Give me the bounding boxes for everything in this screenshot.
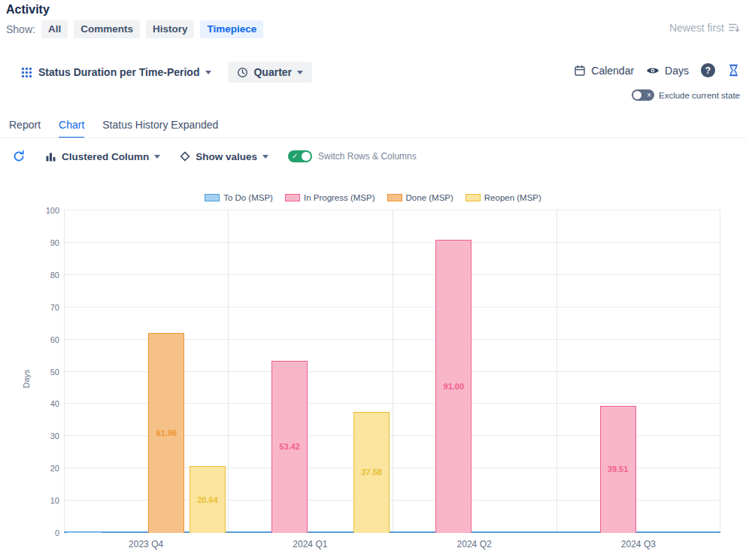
help-button[interactable]: ?: [701, 63, 715, 77]
chart-legend: To Do (MSP)In Progress (MSP)Done (MSP)Re…: [0, 193, 746, 202]
y-tick-label: 100: [46, 206, 59, 215]
cross-icon: ×: [647, 89, 651, 101]
v-gridline: [228, 210, 229, 533]
unit-days-button[interactable]: Days: [646, 65, 689, 77]
check-icon: ✓: [292, 150, 298, 162]
bar-value-label: 37.58: [361, 468, 382, 477]
chevron-down-icon: [262, 155, 268, 159]
tab-divider: [0, 138, 746, 138]
y-tick-label: 70: [50, 303, 59, 312]
calendar-button[interactable]: Calendar: [574, 65, 634, 77]
page-title: Activity: [6, 3, 50, 17]
tab-chart[interactable]: Chart: [59, 119, 84, 138]
filter-history-button[interactable]: History: [146, 20, 195, 38]
bar-value-label: 61.96: [156, 428, 177, 437]
toggle-knob: [633, 91, 641, 99]
bar-value-label: 91.00: [444, 382, 465, 391]
switch-rows-columns-toggle[interactable]: ✓: [288, 150, 312, 162]
sort-descending-icon: [728, 22, 740, 34]
legend-label: To Do (MSP): [223, 193, 273, 202]
calendar-icon: [574, 65, 586, 77]
y-tick-label: 90: [50, 238, 59, 247]
sort-control[interactable]: Newest first: [669, 22, 740, 34]
bar[interactable]: [66, 531, 102, 533]
y-tick-label: 40: [50, 399, 59, 408]
chevron-down-icon: [205, 71, 211, 74]
legend-item[interactable]: To Do (MSP): [205, 193, 273, 202]
chart-type-dropdown[interactable]: Clustered Column: [45, 151, 160, 162]
v-gridline: [556, 210, 557, 533]
show-values-label: Show values: [196, 151, 257, 162]
bar-value-label: 53.42: [279, 442, 300, 451]
chevron-down-icon: [297, 71, 303, 74]
period-dropdown[interactable]: Quarter: [228, 62, 312, 83]
x-axis-labels: 2023 Q42024 Q12024 Q22024 Q3: [64, 539, 720, 551]
legend-item[interactable]: In Progress (MSP): [285, 193, 375, 202]
chart-type-label: Clustered Column: [62, 151, 149, 162]
v-gridline: [720, 210, 720, 533]
legend-swatch: [285, 194, 300, 201]
chart-area: To Do (MSP)In Progress (MSP)Done (MSP)Re…: [0, 191, 746, 560]
shape-icon: [180, 151, 190, 162]
toggle-knob: [302, 152, 311, 161]
x-category-label: 2024 Q2: [457, 539, 492, 549]
bar-value-label: 20.64: [197, 495, 218, 504]
y-axis-title: Days: [22, 369, 31, 388]
report-type-dropdown[interactable]: Status Duration per Time-Period: [21, 66, 211, 78]
x-category-label: 2023 Q4: [129, 539, 163, 549]
refresh-button[interactable]: [12, 150, 26, 163]
switch-rows-columns-label: Switch Rows & Columns: [318, 151, 417, 162]
bar-chart-icon: [45, 151, 56, 162]
y-axis-labels: 0102030405060708090100: [34, 210, 59, 533]
y-tick-label: 20: [50, 464, 59, 473]
exclude-current-state-control: × Exclude current state: [632, 89, 740, 101]
exclude-current-state-label: Exclude current state: [659, 91, 740, 100]
unit-label: Days: [665, 65, 689, 77]
tab-report[interactable]: Report: [9, 119, 41, 138]
y-tick-label: 80: [50, 271, 59, 280]
y-tick-label: 0: [55, 528, 59, 537]
show-values-dropdown[interactable]: Show values: [180, 151, 268, 162]
calendar-label: Calendar: [591, 65, 634, 77]
filter-all-button[interactable]: All: [41, 20, 68, 38]
tab-status-history-expanded[interactable]: Status History Expanded: [102, 119, 218, 138]
chevron-down-icon: [154, 155, 160, 159]
sort-label: Newest first: [669, 22, 724, 34]
plot-area: 53.4291.0039.5161.9620.6437.58: [64, 210, 720, 533]
y-tick-label: 30: [50, 431, 59, 440]
x-category-label: 2024 Q3: [621, 539, 656, 549]
legend-label: Reopen (MSP): [484, 193, 541, 202]
v-gridline: [64, 210, 65, 533]
eye-icon: [646, 66, 660, 75]
filter-timepiece-button[interactable]: Timepiece: [200, 20, 263, 38]
activity-filter-bar: Show: All Comments History Timepiece: [6, 20, 263, 38]
legend-label: Done (MSP): [406, 193, 453, 202]
legend-item[interactable]: Done (MSP): [387, 193, 453, 202]
view-toolbar: Calendar Days ?: [574, 63, 740, 77]
y-tick-label: 60: [50, 335, 59, 344]
question-mark-icon: ?: [705, 65, 711, 76]
y-tick-label: 10: [50, 496, 59, 505]
v-gridline: [393, 210, 393, 533]
legend-label: In Progress (MSP): [304, 193, 375, 202]
legend-item[interactable]: Reopen (MSP): [465, 193, 541, 202]
period-label: Quarter: [253, 66, 292, 78]
filter-comments-button[interactable]: Comments: [74, 20, 140, 38]
chart-controls: Clustered Column Show values ✓ Switch Ro…: [12, 147, 417, 165]
tab-bar: Report Chart Status History Expanded: [9, 119, 218, 138]
switch-rows-columns-control: ✓ Switch Rows & Columns: [288, 150, 417, 162]
show-label: Show:: [6, 23, 35, 35]
legend-swatch: [387, 194, 402, 201]
legend-swatch: [465, 194, 481, 201]
grid-icon: [21, 67, 32, 78]
exclude-current-state-toggle[interactable]: ×: [632, 89, 654, 101]
legend-swatch: [205, 194, 220, 201]
bar-value-label: 39.51: [608, 465, 629, 474]
hourglass-button[interactable]: [727, 64, 740, 77]
report-toolbar: Status Duration per Time-Period Quarter: [21, 61, 312, 83]
x-category-label: 2024 Q1: [293, 539, 327, 549]
clock-icon: [237, 67, 248, 78]
report-type-label: Status Duration per Time-Period: [38, 66, 199, 78]
y-tick-label: 50: [50, 368, 59, 377]
